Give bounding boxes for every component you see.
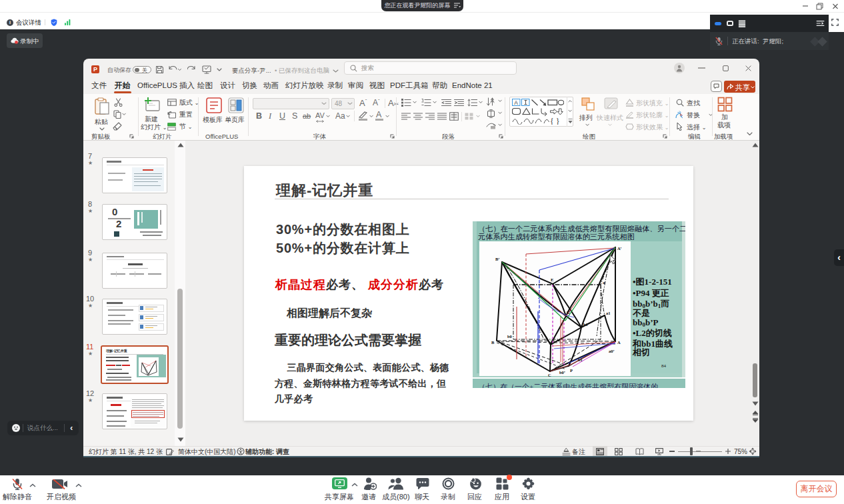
svg-text:A: A xyxy=(617,340,621,345)
svg-text:l2: l2 xyxy=(567,310,570,315)
svg-text:B: B xyxy=(491,340,495,345)
svg-text:A: A xyxy=(514,99,518,106)
svg-text:不是: 不是 xyxy=(632,308,650,318)
svg-text:b0’: b0’ xyxy=(559,370,565,375)
svg-text:C: C xyxy=(548,373,551,377)
svg-text:•图1-2-151: •图1-2-151 xyxy=(633,277,672,287)
svg-text:•P94 更正: •P94 更正 xyxy=(633,288,669,298)
svg-text:相切: 相切 xyxy=(632,347,650,357)
svg-text:•L2的切线: •L2的切线 xyxy=(633,328,672,338)
svg-text:元体系内生成转熔型有限固溶体的三元系统相图: 元体系内生成转熔型有限固溶体的三元系统相图 xyxy=(478,233,635,241)
svg-text:a1: a1 xyxy=(606,311,611,315)
svg-text:b1: b1 xyxy=(578,357,583,362)
svg-text:B’: B’ xyxy=(495,257,500,261)
svg-text:（七）在一个二元体系内生成低共熔型有限固熔融体、另一个二: （七）在一个二元体系内生成低共熔型有限固熔融体、另一个二 xyxy=(478,225,685,233)
svg-text:84: 84 xyxy=(661,363,667,369)
svg-text:b1: b1 xyxy=(583,322,588,327)
svg-text:A’: A’ xyxy=(617,246,621,251)
svg-text:a0’: a0’ xyxy=(609,349,615,353)
svg-text:bb0b’P: bb0b’P xyxy=(633,317,659,328)
svg-text:E: E xyxy=(551,277,553,282)
svg-text:{ }: { } xyxy=(550,117,560,125)
svg-text:P: P xyxy=(570,368,573,373)
svg-text:b0: b0 xyxy=(507,334,512,339)
